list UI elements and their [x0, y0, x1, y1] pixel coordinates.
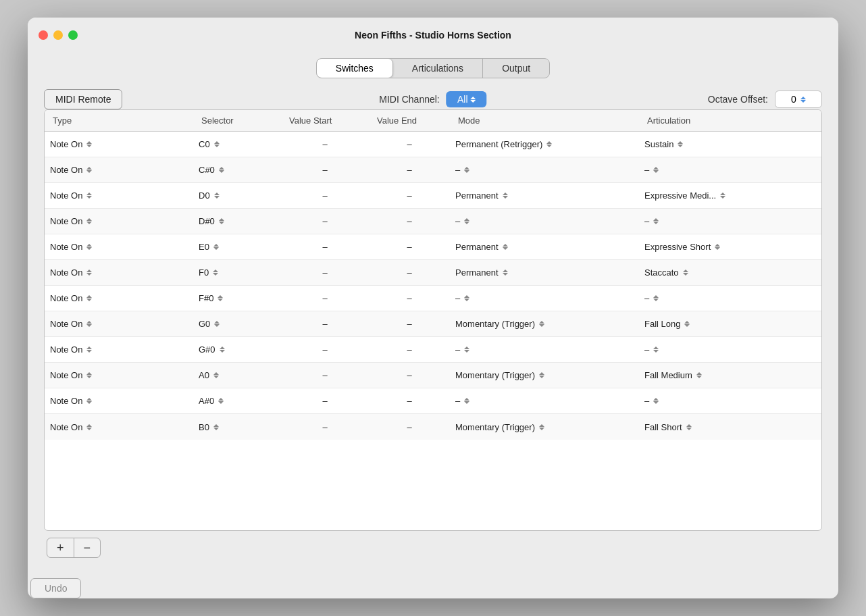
stepper-icon[interactable] [86, 321, 92, 327]
cell-text: B0 [199, 422, 209, 432]
stepper-icon[interactable] [464, 295, 469, 301]
stepper-icon[interactable] [218, 295, 223, 301]
table-row[interactable]: Note OnF0––PermanentStaccato [45, 260, 821, 286]
stepper-up-icon [218, 295, 223, 298]
th-scrollbar-space [788, 116, 804, 126]
table-row[interactable]: Note OnF#0–––– [45, 286, 821, 311]
stepper-down-icon [683, 273, 688, 276]
table-row[interactable]: Note OnD#0–––– [45, 209, 821, 234]
cell-text: Momentary (Trigger) [455, 370, 535, 380]
table-row[interactable]: Note OnG#0–––– [45, 337, 821, 363]
stepper-icon[interactable] [684, 321, 690, 327]
stepper-icon[interactable] [653, 398, 659, 404]
stepper-icon[interactable] [86, 372, 92, 378]
stepper-icon[interactable] [213, 372, 219, 378]
stepper-down-icon [503, 273, 508, 276]
stepper-icon[interactable] [218, 398, 224, 404]
cell-text: – [407, 319, 411, 329]
midi-channel-value: All [457, 94, 468, 105]
stepper-up-icon [214, 192, 220, 195]
cell-text: Note On [50, 267, 82, 278]
stepper-down-icon [678, 145, 683, 147]
cell-text: – [322, 165, 327, 175]
stepper-icon[interactable] [678, 141, 683, 147]
stepper-icon[interactable] [539, 424, 544, 430]
stepper-icon[interactable] [86, 424, 92, 430]
stepper-icon[interactable] [653, 218, 659, 224]
maximize-button[interactable] [68, 30, 78, 40]
stepper-icon[interactable] [539, 321, 544, 327]
stepper-icon[interactable] [220, 346, 225, 353]
stepper-up-icon [219, 167, 224, 170]
table-row[interactable]: Note OnA0––Momentary (Trigger)Fall Mediu… [45, 363, 821, 388]
stepper-icon[interactable] [720, 192, 725, 199]
stepper-icon[interactable] [214, 141, 220, 147]
close-button[interactable] [39, 30, 48, 40]
stepper-up-icon [686, 424, 692, 427]
stepper-icon[interactable] [464, 346, 469, 353]
stepper-down-icon [86, 376, 92, 378]
stepper-icon[interactable] [86, 167, 92, 173]
stepper-icon[interactable] [464, 398, 469, 404]
stepper-icon[interactable] [686, 424, 692, 430]
stepper-icon[interactable] [86, 398, 92, 404]
stepper-down-icon [86, 324, 92, 327]
table-row[interactable]: Note OnC#0–––– [45, 157, 821, 183]
octave-offset-control[interactable]: 0 [775, 91, 822, 108]
remove-button[interactable]: − [74, 538, 101, 557]
minimize-button[interactable] [53, 30, 63, 40]
stepper-icon[interactable] [214, 192, 220, 199]
stepper-icon[interactable] [653, 167, 659, 173]
stepper-icon[interactable] [653, 346, 659, 353]
undo-button[interactable]: Undo [30, 578, 81, 598]
table-row[interactable]: Note OnC0––Permanent (Retrigger)Sustain [45, 132, 821, 157]
stepper-icon[interactable] [214, 321, 220, 327]
stepper-icon[interactable] [503, 244, 508, 250]
stepper-icon[interactable] [503, 270, 508, 276]
cell-text: Expressive Short [644, 242, 711, 252]
stepper-icon[interactable] [86, 346, 92, 353]
stepper-icon[interactable] [464, 167, 469, 173]
table-body[interactable]: Note OnC0––Permanent (Retrigger)SustainN… [45, 132, 821, 530]
stepper-icon[interactable] [86, 295, 92, 301]
stepper-icon[interactable] [86, 244, 92, 250]
stepper-icon[interactable] [715, 244, 720, 250]
cell-text: G#0 [199, 344, 215, 355]
stepper-icon[interactable] [213, 244, 219, 250]
stepper-down-icon [220, 350, 225, 353]
stepper-up-icon [86, 192, 92, 195]
stepper-icon[interactable] [503, 192, 508, 199]
tab-output[interactable]: Output [483, 59, 549, 78]
main-window: Neon Fifths - Studio Horns Section Switc… [28, 18, 838, 598]
table-row[interactable]: Note OnA#0–––– [45, 388, 821, 414]
add-button[interactable]: + [47, 538, 74, 557]
stepper-icon[interactable] [683, 270, 688, 276]
stepper-down-icon [86, 145, 92, 147]
stepper-icon[interactable] [219, 218, 224, 224]
stepper-down-icon [86, 273, 92, 276]
stepper-icon[interactable] [86, 270, 92, 276]
stepper-icon[interactable] [213, 270, 218, 276]
stepper-icon[interactable] [464, 218, 469, 224]
stepper-icon[interactable] [86, 141, 92, 147]
tab-switches[interactable]: Switches [317, 59, 393, 78]
stepper-icon[interactable] [696, 372, 702, 378]
stepper-icon[interactable] [86, 192, 92, 199]
stepper-icon[interactable] [213, 424, 219, 430]
cell-text: – [407, 344, 411, 355]
stepper-icon[interactable] [653, 295, 659, 301]
arrow-up-icon [471, 97, 476, 99]
midi-channel-select[interactable]: All [447, 91, 487, 107]
stepper-up-icon [503, 192, 508, 195]
table-row[interactable]: Note OnE0––PermanentExpressive Short [45, 234, 821, 260]
table-row[interactable]: Note OnG0––Momentary (Trigger)Fall Long [45, 311, 821, 337]
table-row[interactable]: Note OnD0––PermanentExpressive Medi... [45, 183, 821, 209]
octave-down-icon [800, 100, 806, 103]
stepper-icon[interactable] [539, 372, 544, 378]
midi-remote-button[interactable]: MIDI Remote [44, 89, 122, 109]
tab-articulations[interactable]: Articulations [393, 59, 483, 78]
table-row[interactable]: Note OnB0––Momentary (Trigger)Fall Short [45, 414, 821, 440]
stepper-icon[interactable] [219, 167, 224, 173]
stepper-icon[interactable] [546, 141, 552, 147]
stepper-icon[interactable] [86, 218, 92, 224]
